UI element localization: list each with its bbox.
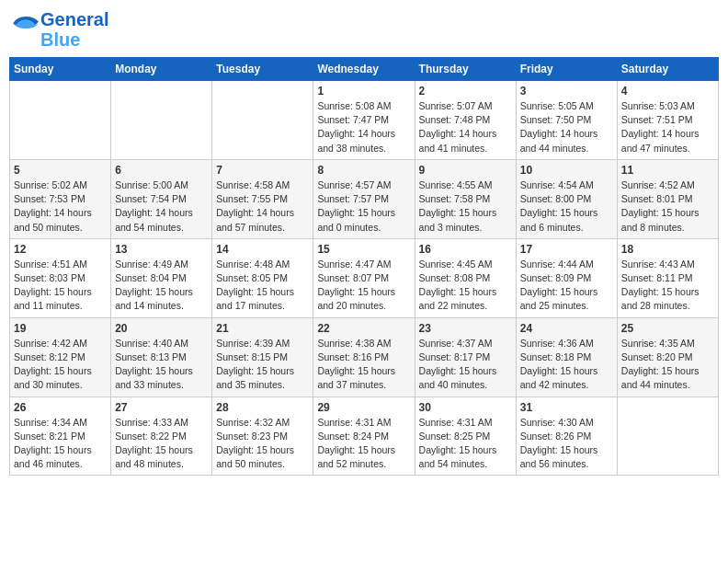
day-info: Sunrise: 5:00 AMSunset: 7:54 PMDaylight:…	[115, 178, 208, 235]
day-info: Sunrise: 4:47 AMSunset: 8:07 PMDaylight:…	[317, 258, 410, 314]
day-number: 20	[115, 322, 208, 335]
calendar-cell: 9Sunrise: 4:55 AMSunset: 7:58 PMDaylight…	[415, 159, 516, 238]
day-number: 16	[419, 243, 512, 256]
day-number: 2	[419, 85, 512, 98]
day-number: 29	[317, 401, 410, 414]
day-info: Sunrise: 5:07 AMSunset: 7:48 PMDaylight:…	[419, 99, 512, 155]
calendar-cell: 6Sunrise: 5:00 AMSunset: 7:54 PMDaylight…	[111, 159, 212, 238]
calendar-cell	[111, 81, 212, 160]
calendar-cell	[212, 81, 313, 160]
weekday-header-saturday: Saturday	[617, 58, 718, 81]
calendar-cell: 20Sunrise: 4:40 AMSunset: 8:13 PMDayligh…	[111, 317, 212, 396]
day-info: Sunrise: 4:54 AMSunset: 8:00 PMDaylight:…	[520, 178, 613, 235]
calendar-cell: 14Sunrise: 4:48 AMSunset: 8:05 PMDayligh…	[212, 238, 313, 317]
day-info: Sunrise: 4:49 AMSunset: 8:04 PMDaylight:…	[115, 258, 208, 314]
calendar-week-4: 19Sunrise: 4:42 AMSunset: 8:12 PMDayligh…	[10, 317, 719, 396]
day-info: Sunrise: 5:02 AMSunset: 7:53 PMDaylight:…	[14, 178, 107, 235]
day-info: Sunrise: 4:48 AMSunset: 8:05 PMDaylight:…	[216, 258, 309, 314]
day-number: 24	[520, 322, 613, 335]
calendar-cell: 11Sunrise: 4:52 AMSunset: 8:01 PMDayligh…	[617, 159, 718, 238]
day-number: 9	[419, 164, 512, 177]
calendar-cell: 25Sunrise: 4:35 AMSunset: 8:20 PMDayligh…	[617, 317, 718, 396]
day-number: 21	[216, 322, 309, 335]
day-info: Sunrise: 4:40 AMSunset: 8:13 PMDaylight:…	[115, 337, 208, 393]
logo-text: GeneralBlue	[40, 9, 108, 50]
day-number: 28	[216, 401, 309, 414]
day-number: 5	[14, 164, 107, 177]
weekday-header-monday: Monday	[111, 58, 212, 81]
calendar-cell: 31Sunrise: 4:30 AMSunset: 8:26 PMDayligh…	[516, 396, 617, 476]
day-info: Sunrise: 4:55 AMSunset: 7:58 PMDaylight:…	[419, 178, 512, 235]
day-number: 11	[621, 164, 714, 177]
calendar-cell: 7Sunrise: 4:58 AMSunset: 7:55 PMDaylight…	[212, 159, 313, 238]
day-info: Sunrise: 4:42 AMSunset: 8:12 PMDaylight:…	[14, 337, 107, 393]
calendar-table: SundayMondayTuesdayWednesdayThursdayFrid…	[9, 57, 719, 476]
day-info: Sunrise: 4:44 AMSunset: 8:09 PMDaylight:…	[520, 258, 613, 314]
day-info: Sunrise: 4:32 AMSunset: 8:23 PMDaylight:…	[216, 416, 309, 472]
day-info: Sunrise: 4:39 AMSunset: 8:15 PMDaylight:…	[216, 337, 309, 393]
day-info: Sunrise: 4:31 AMSunset: 8:24 PMDaylight:…	[317, 416, 410, 472]
day-number: 17	[520, 243, 613, 256]
weekday-header-friday: Friday	[516, 58, 617, 81]
calendar-cell: 4Sunrise: 5:03 AMSunset: 7:51 PMDaylight…	[617, 81, 718, 160]
calendar-cell	[10, 81, 111, 160]
day-number: 19	[14, 322, 107, 335]
weekday-header-wednesday: Wednesday	[313, 58, 415, 81]
day-number: 1	[317, 85, 410, 98]
calendar-cell: 29Sunrise: 4:31 AMSunset: 8:24 PMDayligh…	[313, 396, 415, 476]
calendar-week-3: 12Sunrise: 4:51 AMSunset: 8:03 PMDayligh…	[10, 238, 719, 317]
day-number: 23	[419, 322, 512, 335]
calendar-cell: 24Sunrise: 4:36 AMSunset: 8:18 PMDayligh…	[516, 317, 617, 396]
day-info: Sunrise: 4:52 AMSunset: 8:01 PMDaylight:…	[621, 178, 714, 235]
day-info: Sunrise: 4:57 AMSunset: 7:57 PMDaylight:…	[317, 178, 410, 235]
calendar-cell: 10Sunrise: 4:54 AMSunset: 8:00 PMDayligh…	[516, 159, 617, 238]
calendar-cell: 22Sunrise: 4:38 AMSunset: 8:16 PMDayligh…	[313, 317, 415, 396]
logo-icon	[13, 17, 39, 42]
calendar-cell: 13Sunrise: 4:49 AMSunset: 8:04 PMDayligh…	[111, 238, 212, 317]
day-info: Sunrise: 4:30 AMSunset: 8:26 PMDaylight:…	[520, 416, 613, 472]
day-info: Sunrise: 5:03 AMSunset: 7:51 PMDaylight:…	[621, 99, 714, 155]
day-info: Sunrise: 5:05 AMSunset: 7:50 PMDaylight:…	[520, 99, 613, 155]
day-number: 14	[216, 243, 309, 256]
calendar-week-2: 5Sunrise: 5:02 AMSunset: 7:53 PMDaylight…	[10, 159, 719, 238]
calendar-cell: 26Sunrise: 4:34 AMSunset: 8:21 PMDayligh…	[10, 396, 111, 476]
calendar-cell: 18Sunrise: 4:43 AMSunset: 8:11 PMDayligh…	[617, 238, 718, 317]
day-info: Sunrise: 4:37 AMSunset: 8:17 PMDaylight:…	[419, 337, 512, 393]
calendar-cell: 30Sunrise: 4:31 AMSunset: 8:25 PMDayligh…	[415, 396, 516, 476]
day-info: Sunrise: 4:34 AMSunset: 8:21 PMDaylight:…	[14, 416, 107, 472]
calendar-cell: 28Sunrise: 4:32 AMSunset: 8:23 PMDayligh…	[212, 396, 313, 476]
day-number: 18	[621, 243, 714, 256]
day-info: Sunrise: 4:33 AMSunset: 8:22 PMDaylight:…	[115, 416, 208, 472]
day-number: 8	[317, 164, 410, 177]
day-number: 10	[520, 164, 613, 177]
weekday-header-thursday: Thursday	[415, 58, 516, 81]
day-number: 12	[14, 243, 107, 256]
day-number: 13	[115, 243, 208, 256]
day-info: Sunrise: 4:38 AMSunset: 8:16 PMDaylight:…	[317, 337, 410, 393]
day-number: 22	[317, 322, 410, 335]
day-number: 3	[520, 85, 613, 98]
day-number: 15	[317, 243, 410, 256]
day-info: Sunrise: 4:36 AMSunset: 8:18 PMDaylight:…	[520, 337, 613, 393]
day-info: Sunrise: 4:45 AMSunset: 8:08 PMDaylight:…	[419, 258, 512, 314]
day-info: Sunrise: 4:31 AMSunset: 8:25 PMDaylight:…	[419, 416, 512, 472]
day-number: 7	[216, 164, 309, 177]
calendar-cell: 1Sunrise: 5:08 AMSunset: 7:47 PMDaylight…	[313, 81, 415, 160]
calendar-week-1: 1Sunrise: 5:08 AMSunset: 7:47 PMDaylight…	[10, 81, 719, 160]
calendar-cell: 27Sunrise: 4:33 AMSunset: 8:22 PMDayligh…	[111, 396, 212, 476]
calendar-cell: 15Sunrise: 4:47 AMSunset: 8:07 PMDayligh…	[313, 238, 415, 317]
calendar-cell: 5Sunrise: 5:02 AMSunset: 7:53 PMDaylight…	[10, 159, 111, 238]
calendar-cell	[617, 396, 718, 476]
calendar-cell: 2Sunrise: 5:07 AMSunset: 7:48 PMDaylight…	[415, 81, 516, 160]
day-info: Sunrise: 4:43 AMSunset: 8:11 PMDaylight:…	[621, 258, 714, 314]
calendar-cell: 23Sunrise: 4:37 AMSunset: 8:17 PMDayligh…	[415, 317, 516, 396]
weekday-header-tuesday: Tuesday	[212, 58, 313, 81]
day-info: Sunrise: 4:35 AMSunset: 8:20 PMDaylight:…	[621, 337, 714, 393]
calendar-cell: 17Sunrise: 4:44 AMSunset: 8:09 PMDayligh…	[516, 238, 617, 317]
calendar-cell: 8Sunrise: 4:57 AMSunset: 7:57 PMDaylight…	[313, 159, 415, 238]
day-number: 31	[520, 401, 613, 414]
day-number: 27	[115, 401, 208, 414]
weekday-header-sunday: Sunday	[10, 58, 111, 81]
calendar-cell: 16Sunrise: 4:45 AMSunset: 8:08 PMDayligh…	[415, 238, 516, 317]
day-number: 30	[419, 401, 512, 414]
